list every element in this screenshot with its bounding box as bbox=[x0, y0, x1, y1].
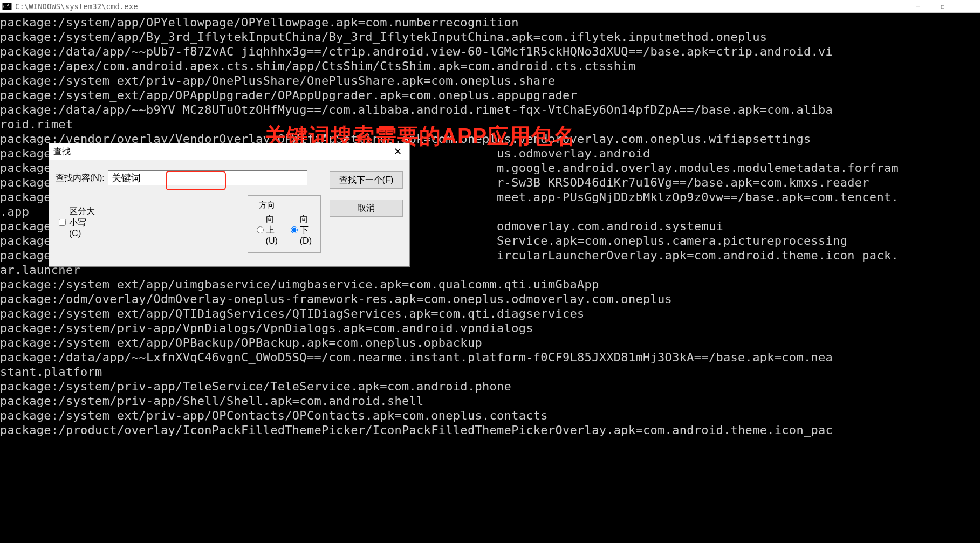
window-title: C:\WINDOWS\system32\cmd.exe bbox=[15, 2, 138, 11]
cancel-button[interactable]: 取消 bbox=[330, 200, 403, 217]
find-content-label: 查找内容(N): bbox=[56, 173, 105, 184]
matchcase-label[interactable]: 区分大小写(C) bbox=[69, 206, 97, 238]
cmd-icon: C:\. bbox=[2, 3, 12, 10]
find-next-button[interactable]: 查找下一个(F) bbox=[330, 171, 403, 189]
radio-down-text: 向下(D) bbox=[300, 214, 312, 246]
find-dialog-titlebar[interactable]: 查找 ✕ bbox=[49, 143, 409, 160]
maximize-button[interactable]: ☐ bbox=[930, 0, 955, 13]
close-icon[interactable]: ✕ bbox=[390, 146, 405, 157]
titlebar: C:\. C:\WINDOWS\system32\cmd.exe ─ ☐ bbox=[0, 0, 980, 13]
radio-down-label[interactable]: 向下(D) bbox=[291, 214, 312, 246]
radio-down[interactable] bbox=[291, 226, 298, 233]
direction-group-title: 方向 bbox=[257, 200, 277, 210]
find-dialog: 查找 ✕ 查找内容(N): 区分大小写(C) 方向 向上(U) bbox=[49, 143, 410, 267]
direction-group: 方向 向上(U) 向下(D) bbox=[248, 195, 321, 253]
radio-up-label[interactable]: 向上(U) bbox=[257, 214, 278, 246]
window-controls: ─ ☐ bbox=[906, 0, 980, 13]
find-input[interactable] bbox=[108, 170, 307, 185]
close-button[interactable] bbox=[955, 0, 980, 13]
find-dialog-title: 查找 bbox=[53, 146, 71, 157]
minimize-button[interactable]: ─ bbox=[906, 0, 930, 13]
matchcase-checkbox[interactable] bbox=[59, 219, 66, 226]
radio-up-text: 向上(U) bbox=[266, 214, 278, 246]
terminal-output: package:/system/app/OPYellowpage/OPYello… bbox=[0, 13, 980, 543]
radio-up[interactable] bbox=[257, 226, 264, 233]
